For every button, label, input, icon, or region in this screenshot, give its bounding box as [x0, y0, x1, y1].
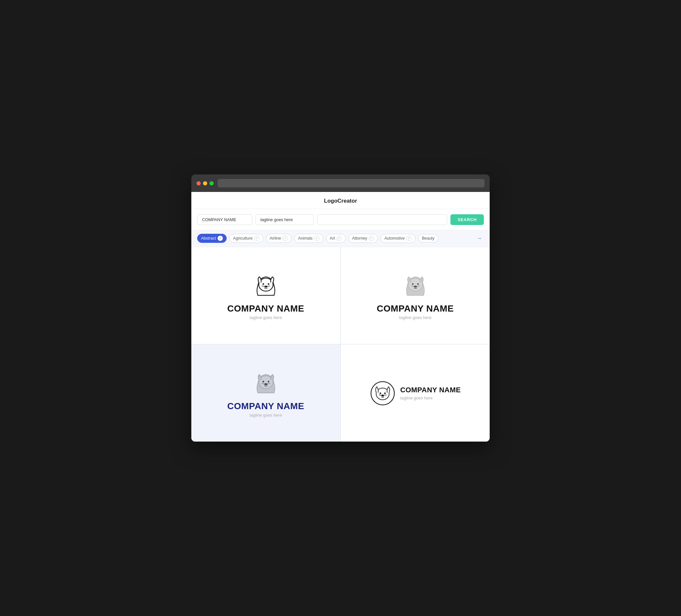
logo-4-company-name: COMPANY NAME [400, 386, 461, 394]
filter-abstract[interactable]: Abstract ✓ [197, 234, 227, 243]
svg-line-16 [262, 384, 264, 384]
filter-automotive-check: ✓ [406, 236, 411, 241]
traffic-lights [197, 181, 214, 185]
filter-airline-label: Airline [270, 236, 281, 240]
filter-agriculture[interactable]: Agriculture ✓ [229, 234, 263, 243]
filter-bar: Abstract ✓ Agriculture ✓ Airline ✓ Anima… [191, 230, 490, 247]
filter-agriculture-label: Agriculture [233, 236, 253, 240]
logo-2-company-name: COMPANY NAME [377, 304, 454, 314]
logo-item-1[interactable]: COMPANY NAME tagline goes here [191, 247, 340, 344]
logo-icon-3 [251, 369, 280, 398]
filter-attorney-check: ✓ [369, 236, 374, 241]
svg-line-4 [262, 286, 264, 286]
svg-point-15 [264, 383, 268, 385]
svg-point-20 [380, 392, 381, 394]
filter-art-label: Art [330, 236, 335, 240]
browser-chrome [191, 174, 490, 192]
filter-attorney-label: Attorney [352, 236, 368, 240]
app-content: LogoCreator SEARCH Abstract ✓ Agricultur… [191, 192, 490, 442]
logo-4-tagline: tagline goes here [400, 395, 461, 401]
logo-item-2[interactable]: COMPANY NAME tagline goes here [340, 247, 490, 344]
svg-point-14 [268, 381, 269, 383]
svg-line-5 [268, 286, 270, 286]
svg-point-13 [262, 381, 264, 383]
logo-4-text: COMPANY NAME tagline goes here [400, 386, 461, 401]
logo-item-3[interactable]: COMPANY NAME tagline goes here [191, 344, 340, 442]
filter-automotive[interactable]: Automotive ✓ [380, 234, 415, 243]
logo-1-company-name: COMPANY NAME [227, 304, 304, 314]
filter-animals-label: Animals [298, 236, 312, 240]
filter-animals-check: ✓ [314, 236, 320, 241]
logo-icon-1 [251, 271, 280, 300]
extra-input[interactable] [317, 214, 447, 225]
filter-beauty[interactable]: Beauty [418, 234, 438, 242]
svg-point-7 [412, 283, 413, 285]
svg-point-8 [417, 283, 419, 285]
browser-window: LogoCreator SEARCH Abstract ✓ Agricultur… [191, 174, 490, 442]
logo-3-company-name: COMPANY NAME [227, 401, 304, 411]
logo-icon-4 [370, 380, 396, 406]
filter-art-check: ✓ [336, 236, 342, 241]
logo-1-tagline: tagline goes here [250, 315, 282, 320]
logo-2-tagline: tagline goes here [399, 315, 432, 320]
app-title: LogoCreator [324, 198, 357, 204]
search-bar: SEARCH [191, 209, 490, 230]
svg-point-2 [268, 283, 269, 285]
filter-attorney[interactable]: Attorney ✓ [348, 234, 378, 243]
svg-point-1 [262, 283, 264, 285]
tagline-input[interactable] [255, 214, 314, 225]
logo-4-inner: COMPANY NAME tagline goes here [370, 380, 461, 406]
svg-line-17 [268, 384, 270, 384]
address-bar[interactable] [218, 179, 484, 187]
svg-line-23 [379, 395, 381, 395]
company-name-input[interactable] [197, 214, 252, 225]
filter-abstract-check: ✓ [218, 236, 223, 241]
logo-icon-2 [401, 271, 430, 300]
filter-animals[interactable]: Animals ✓ [294, 234, 323, 243]
close-button[interactable] [197, 181, 201, 185]
maximize-button[interactable] [209, 181, 214, 185]
filter-abstract-label: Abstract [201, 236, 216, 240]
svg-point-22 [381, 394, 384, 396]
filter-airline[interactable]: Airline ✓ [266, 234, 292, 243]
svg-line-24 [384, 395, 386, 395]
filter-automotive-label: Automotive [384, 236, 405, 240]
minimize-button[interactable] [203, 181, 207, 185]
filter-airline-check: ✓ [282, 236, 288, 241]
svg-line-11 [417, 286, 420, 286]
logo-3-tagline: tagline goes here [250, 413, 282, 417]
filter-agriculture-check: ✓ [254, 236, 259, 241]
next-filters-arrow[interactable]: → [475, 234, 484, 242]
svg-line-10 [411, 286, 414, 286]
svg-point-9 [414, 286, 417, 288]
filter-beauty-label: Beauty [422, 236, 434, 240]
filter-art[interactable]: Art ✓ [326, 234, 346, 243]
svg-point-21 [384, 392, 386, 394]
search-button[interactable]: SEARCH [450, 214, 484, 225]
svg-point-3 [264, 286, 268, 288]
app-header: LogoCreator [191, 192, 490, 209]
logo-item-4[interactable]: COMPANY NAME tagline goes here [340, 344, 490, 442]
logo-grid: COMPANY NAME tagline goes here [191, 247, 490, 442]
